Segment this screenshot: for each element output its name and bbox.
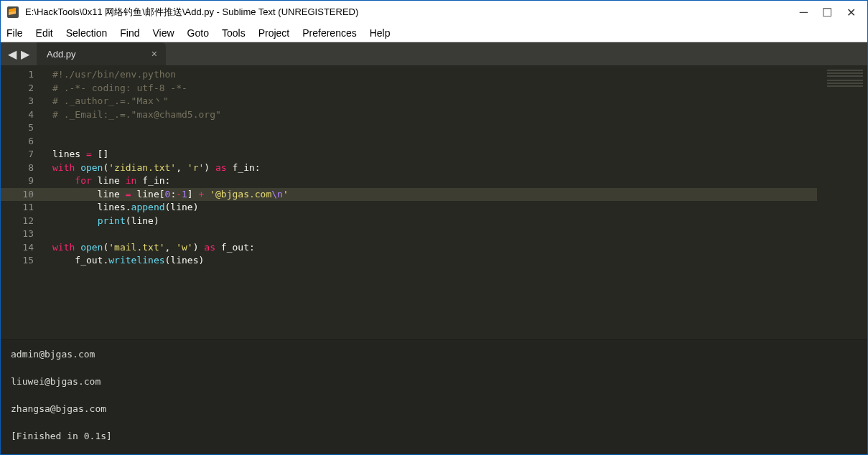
titlebar: E:\HackTools\0x11 网络钓鱼\邮件推送\Add.py - Sub…: [1, 1, 867, 24]
build-output-panel[interactable]: admin@bjgas.com liuwei@bjgas.com zhangsa…: [1, 339, 867, 454]
code-line[interactable]: #!./usr/bin/env.python: [52, 68, 817, 82]
line-number: 12: [1, 215, 34, 228]
code-line[interactable]: lines = []: [52, 148, 817, 161]
minimap[interactable]: [817, 65, 867, 339]
code-line[interactable]: # ._Email:_.=."max@chamd5.org": [52, 108, 817, 122]
menu-find[interactable]: Find: [120, 27, 139, 39]
menubar: File Edit Selection Find View Goto Tools…: [1, 24, 867, 42]
line-number: 3: [1, 95, 34, 108]
code-line[interactable]: [52, 121, 817, 135]
line-number-gutter: 123456789101112131415: [1, 65, 44, 339]
code-line[interactable]: # ._author_.=."Max丶": [52, 95, 817, 108]
code-line[interactable]: [52, 228, 817, 241]
line-number: 7: [1, 148, 34, 161]
code-line[interactable]: with open('zidian.txt', 'r') as f_in:: [52, 161, 817, 175]
menu-help[interactable]: Help: [370, 27, 391, 39]
line-number: 13: [1, 228, 34, 241]
code-line[interactable]: for line in f_in:: [52, 174, 817, 188]
tab-close-icon[interactable]: ×: [151, 48, 157, 60]
menu-tools[interactable]: Tools: [222, 27, 246, 39]
line-number: 1: [1, 68, 34, 82]
close-button[interactable]: ✕: [846, 6, 856, 19]
code-line[interactable]: [52, 135, 817, 149]
menu-selection[interactable]: Selection: [66, 27, 108, 39]
tab-nav-back-icon[interactable]: ◀: [8, 47, 17, 61]
code-line[interactable]: lines.append(line): [52, 201, 817, 215]
minimize-button[interactable]: ─: [800, 6, 808, 19]
menu-view[interactable]: View: [153, 27, 174, 39]
code-line[interactable]: line = line[0:-1] + '@bjgas.com\n': [44, 188, 817, 202]
minimap-thumb: [827, 70, 863, 98]
code-line[interactable]: with open('mail.txt', 'w') as f_out:: [52, 241, 817, 255]
menu-goto[interactable]: Goto: [187, 27, 209, 39]
line-number: 14: [1, 241, 34, 255]
code-line[interactable]: # .-*- coding: utf-8 -*-: [52, 82, 817, 95]
window-title: E:\HackTools\0x11 网络钓鱼\邮件推送\Add.py - Sub…: [25, 6, 800, 19]
code-line[interactable]: print(line): [52, 215, 817, 228]
line-number: 2: [1, 82, 34, 95]
line-number: 5: [1, 121, 34, 135]
code-line[interactable]: f_out.writelines(lines): [52, 254, 817, 268]
code-area[interactable]: #!./usr/bin/env.python# .-*- coding: utf…: [44, 65, 817, 339]
line-number: 10: [1, 188, 44, 202]
menu-preferences[interactable]: Preferences: [302, 27, 356, 39]
line-number: 8: [1, 161, 34, 175]
tab-nav-arrows: ◀ ▶: [1, 42, 37, 65]
line-number: 6: [1, 135, 34, 149]
menu-edit[interactable]: Edit: [36, 27, 53, 39]
tab-add-py[interactable]: Add.py ×: [37, 42, 166, 65]
window-controls: ─ ☐ ✕: [800, 6, 862, 19]
tab-label: Add.py: [47, 49, 75, 60]
line-number: 4: [1, 108, 34, 122]
menu-file[interactable]: File: [6, 27, 23, 39]
line-number: 9: [1, 174, 34, 188]
maximize-button[interactable]: ☐: [822, 6, 832, 19]
menu-project[interactable]: Project: [258, 27, 290, 39]
line-number: 11: [1, 201, 34, 215]
editor[interactable]: 123456789101112131415 #!./usr/bin/env.py…: [1, 65, 867, 339]
line-number: 15: [1, 254, 34, 268]
tab-nav-forward-icon[interactable]: ▶: [21, 47, 29, 61]
tabbar: ◀ ▶ Add.py ×: [1, 42, 867, 65]
sublime-app-icon: [6, 6, 19, 19]
